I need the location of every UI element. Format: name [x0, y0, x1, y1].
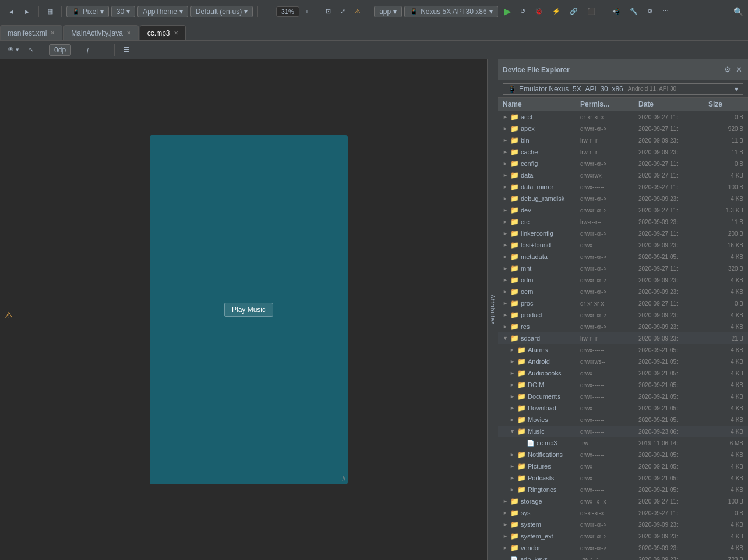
tree-row[interactable]: ►📁Podcastsdrwx------2020-09-21 05:4 KB	[498, 472, 748, 484]
tree-row[interactable]: ▼📁sdcardlrw-r--r--2020-09-09 23:21 B	[498, 332, 748, 344]
tree-row[interactable]: ►📁configdrwxr-xr->2020-09-27 11:0 B	[498, 158, 748, 169]
tree-size: 4 KB	[708, 463, 743, 470]
func-btn[interactable]: ƒ	[83, 45, 93, 55]
tree-row[interactable]: ►📁linkerconfigdrwxr-xr->2020-09-27 11:20…	[498, 228, 748, 239]
list-btn[interactable]: ☰	[121, 45, 132, 55]
tree-row[interactable]: ►📁storagedrwx--x--x2020-09-27 11:100 B	[498, 495, 748, 507]
tree-row[interactable]: ►📁Ringtonesdrwx------2020-09-21 05:4 KB	[498, 484, 748, 495]
dp-dropdown[interactable]: 0dp	[49, 44, 71, 56]
tree-row[interactable]: ►📁apexdrwxr-xr->2020-09-27 11:920 B	[498, 123, 748, 134]
tree-row[interactable]: ►📁mntdrwxr-xr->2020-09-27 11:320 B	[498, 263, 748, 274]
tree-row[interactable]: ►📁cachelrw-r--r--2020-09-09 23:11 B	[498, 146, 748, 158]
tree-row[interactable]: ►📁vendordrwxr-xr->2020-09-09 23:4 KB	[498, 542, 748, 554]
layout-icon-btn[interactable]: ▦	[44, 6, 57, 17]
tree-arrow-icon: ▼	[510, 428, 516, 434]
forward-button[interactable]: ►	[20, 6, 34, 17]
tab-mainactivity-close[interactable]: ✕	[126, 30, 131, 36]
tree-date: 2020-09-09 23:	[638, 289, 708, 295]
back-button[interactable]: ◄	[5, 6, 18, 17]
more-button[interactable]: ⋯	[659, 6, 672, 17]
tree-row[interactable]: ►📁system_extdrwxr-xr->2020-09-09 23:4 KB	[498, 530, 748, 542]
zoom-out-button[interactable]: −	[263, 6, 273, 17]
tree-row[interactable]: ►📁systemdrwxr-xr->2020-09-09 23:4 KB	[498, 519, 748, 530]
search-icon[interactable]: 🔍	[733, 7, 743, 16]
tree-size: 4 KB	[708, 277, 743, 283]
tree-perms: drwxr-xr->	[580, 312, 638, 318]
tree-arrow-icon: ►	[503, 277, 509, 283]
cursor-btn[interactable]: ↖	[26, 45, 37, 55]
tree-row[interactable]: ►📁data_mirrordrwx------2020-09-27 11:100…	[498, 181, 748, 193]
avd-button[interactable]: 📲	[609, 6, 624, 17]
tab-mainactivity[interactable]: MainActivity.java ✕	[63, 25, 138, 40]
tree-row[interactable]: ►📁Picturesdrwx------2020-09-21 05:4 KB	[498, 460, 748, 472]
tab-ccmp3-close[interactable]: ✕	[174, 30, 178, 36]
theme-dropdown[interactable]: AppTheme ▾	[137, 6, 188, 17]
tree-perms: drwxrwx--	[580, 172, 638, 179]
structure-button[interactable]: ⚙	[644, 6, 657, 17]
view-toggle-btn[interactable]: 👁 ▾	[5, 45, 22, 55]
stop-button[interactable]: ⬛	[584, 6, 599, 17]
tab-manifest[interactable]: manifest.xml ✕	[0, 25, 62, 40]
more-btn-2[interactable]: ⋯	[96, 45, 108, 55]
device-select-box[interactable]: 📱 Emulator Nexus_5X_API_30_x86 Android 1…	[503, 83, 743, 95]
tree-row[interactable]: 📄adb_keys-rw-r--r--2020-09-09 23:723 B	[498, 554, 748, 560]
run-button[interactable]: ▶	[500, 4, 514, 19]
zoom-in-button[interactable]: +	[302, 6, 312, 17]
tree-row[interactable]: ►📁Moviesdrwx------2020-09-21 05:4 KB	[498, 414, 748, 426]
tree-row[interactable]: ►📁resdrwxr-xr->2020-09-09 23:4 KB	[498, 321, 748, 332]
pixel-dropdown[interactable]: 📱 Pixel ▾	[66, 6, 109, 17]
tree-row[interactable]: ►📁Notificationsdrwx------2020-09-21 05:4…	[498, 449, 748, 460]
tree-date: 2020-09-27 11:	[638, 126, 708, 132]
tab-ccmp3[interactable]: cc.mp3 ✕	[140, 25, 186, 40]
app-dropdown[interactable]: app ▾	[374, 6, 402, 17]
close-btn[interactable]: ✕	[735, 64, 743, 75]
tree-row[interactable]: ►📁etclrw-r--r--2020-09-09 23:11 B	[498, 216, 748, 228]
sdk-button[interactable]: 🔧	[626, 6, 641, 17]
device-chevron-icon: ▾	[735, 85, 738, 93]
locale-dropdown[interactable]: Default (en-us) ▾	[190, 6, 253, 17]
tree-row[interactable]: ►📁metadatadrwxr-xr->2020-09-21 05:4 KB	[498, 251, 748, 263]
play-music-button[interactable]: Play Music	[224, 303, 273, 317]
tree-row[interactable]: ►📁Documentsdrwx------2020-09-21 05:4 KB	[498, 391, 748, 402]
profile-button[interactable]: ⚡	[549, 6, 564, 17]
tree-size: 4 KB	[708, 196, 743, 202]
tree-row[interactable]: ►📁odmdrwxr-xr->2020-09-09 23:4 KB	[498, 274, 748, 286]
api-dropdown[interactable]: 30 ▾	[111, 6, 135, 17]
tree-row[interactable]: ►📁acctdr-xr-xr-x2020-09-27 11:0 B	[498, 111, 748, 123]
tree-item-label: Movies	[528, 416, 548, 423]
folder-icon: 📁	[510, 334, 519, 342]
settings-btn[interactable]: ⚙	[723, 64, 732, 75]
tree-row[interactable]: ►📁DCIMdrwx------2020-09-21 05:4 KB	[498, 379, 748, 391]
tree-row[interactable]: 📄cc.mp3-rw-------2019-11-06 14:6 MB	[498, 437, 748, 449]
tree-row[interactable]: ►📁Androiddrwxrws--2020-09-21 05:4 KB	[498, 356, 748, 367]
device-dropdown[interactable]: 📱 Nexus 5X API 30 x86 ▾	[404, 6, 498, 17]
tree-row[interactable]: ►📁oemdrwxr-xr->2020-09-09 23:4 KB	[498, 286, 748, 297]
tree-row[interactable]: ►📁devdrwxr-xr->2020-09-27 11:1.3 KB	[498, 204, 748, 216]
tab-manifest-close[interactable]: ✕	[50, 30, 55, 36]
tree-perms: drwx------	[580, 242, 638, 249]
fullscreen-button[interactable]: ⤢	[337, 6, 349, 17]
folder-icon: 📁	[510, 241, 519, 249]
attributes-bar[interactable]: Attributes	[487, 59, 498, 560]
tree-row[interactable]: ►📁Alarmsdrwx------2020-09-21 05:4 KB	[498, 344, 748, 356]
tree-row[interactable]: ►📁productdrwxr-xr->2020-09-09 23:4 KB	[498, 309, 748, 321]
bug-button[interactable]: 🐞	[531, 6, 546, 17]
refresh-button[interactable]: ↺	[517, 6, 529, 17]
tree-row[interactable]: ►📁datadrwxrwx--2020-09-27 11:4 KB	[498, 169, 748, 181]
attach-button[interactable]: 🔗	[566, 6, 581, 17]
tree-row[interactable]: ►📁procdr-xr-xr-x2020-09-27 11:0 B	[498, 297, 748, 309]
tree-row[interactable]: ►📁Audiobooksdrwx------2020-09-21 05:4 KB	[498, 367, 748, 379]
folder-icon: 📁	[517, 474, 526, 482]
resize-handle[interactable]: //	[342, 476, 345, 482]
tree-row[interactable]: ►📁debug_ramdiskdrwxr-xr->2020-09-09 23:4…	[498, 193, 748, 204]
tree-perms: drwx------	[580, 463, 638, 470]
tree-size: 4 KB	[708, 452, 743, 458]
tree-perms: drwx------	[580, 347, 638, 353]
tree-row[interactable]: ►📁lost+founddrwx------2020-09-09 23:16 K…	[498, 239, 748, 251]
tree-row[interactable]: ▼📁Musicdrwx------2020-09-23 06:4 KB	[498, 426, 748, 437]
tree-row[interactable]: ►📁binlrw-r--r--2020-09-09 23:11 B	[498, 134, 748, 146]
warning-button[interactable]: ⚠	[351, 6, 364, 17]
fit-button[interactable]: ⊡	[322, 6, 334, 17]
tree-row[interactable]: ►📁Downloaddrwx------2020-09-21 05:4 KB	[498, 402, 748, 414]
tree-row[interactable]: ►📁sysdr-xr-xr-x2020-09-27 11:0 B	[498, 507, 748, 519]
